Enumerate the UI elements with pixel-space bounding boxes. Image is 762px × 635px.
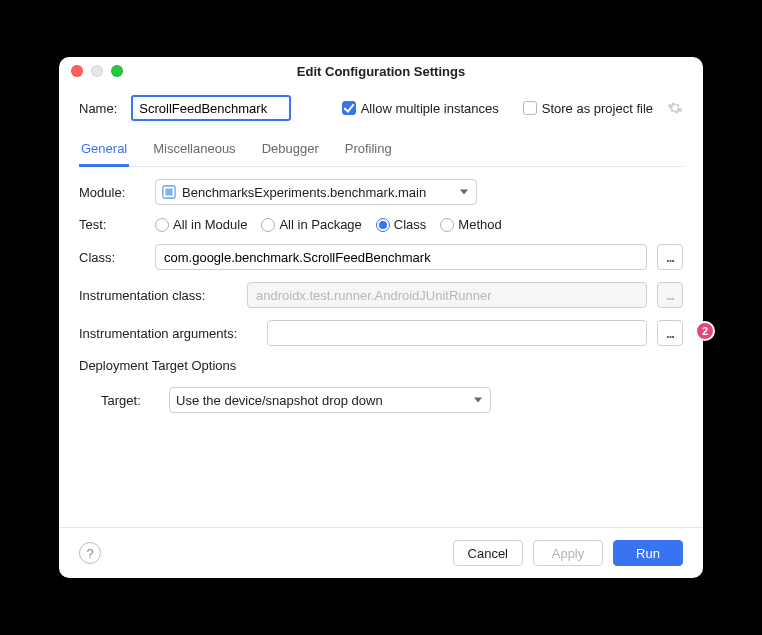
apply-button: Apply xyxy=(533,540,603,566)
footer: ? Cancel Apply Run xyxy=(59,527,703,578)
instr-class-browse-button: ... xyxy=(657,282,683,308)
tab-bar: General Miscellaneous Debugger Profiling xyxy=(79,135,683,167)
tab-general[interactable]: General xyxy=(79,135,129,167)
target-select[interactable]: Use the device/snapshot drop down xyxy=(169,387,491,413)
help-button[interactable]: ? xyxy=(79,542,101,564)
class-input[interactable] xyxy=(155,244,647,270)
class-browse-button[interactable]: ... xyxy=(657,244,683,270)
dialog-window: Edit Configuration Settings Name: Allow … xyxy=(59,57,703,578)
tab-debugger[interactable]: Debugger xyxy=(260,135,321,166)
run-button[interactable]: Run xyxy=(613,540,683,566)
titlebar: Edit Configuration Settings xyxy=(59,57,703,85)
allow-multiple-checkbox[interactable]: Allow multiple instances xyxy=(342,101,499,116)
name-label: Name: xyxy=(79,101,117,116)
module-select[interactable]: BenchmarksExperiments.benchmark.main xyxy=(155,179,477,205)
radio-all-package[interactable]: All in Package xyxy=(261,217,361,232)
gear-icon[interactable] xyxy=(667,100,683,116)
store-project-label: Store as project file xyxy=(542,101,653,116)
minimize-icon xyxy=(91,65,103,77)
tab-profiling[interactable]: Profiling xyxy=(343,135,394,166)
window-title: Edit Configuration Settings xyxy=(59,64,703,79)
instr-args-label: Instrumentation arguments: xyxy=(79,326,257,341)
instr-args-browse-button[interactable]: ... xyxy=(657,320,683,346)
radio-all-module[interactable]: All in Module xyxy=(155,217,247,232)
module-icon xyxy=(162,185,176,199)
instr-class-input xyxy=(247,282,647,308)
store-project-checkbox[interactable]: Store as project file xyxy=(523,101,653,116)
target-value: Use the device/snapshot drop down xyxy=(176,393,383,408)
deploy-section-label: Deployment Target Options xyxy=(79,358,683,373)
test-label: Test: xyxy=(79,217,145,232)
allow-multiple-check[interactable] xyxy=(342,101,356,115)
chevron-down-icon xyxy=(460,190,468,195)
radio-class[interactable]: Class xyxy=(376,217,427,232)
notification-badge[interactable]: 2 xyxy=(695,321,715,341)
allow-multiple-label: Allow multiple instances xyxy=(361,101,499,116)
class-label: Class: xyxy=(79,250,145,265)
zoom-icon[interactable] xyxy=(111,65,123,77)
name-input[interactable] xyxy=(131,95,291,121)
tab-miscellaneous[interactable]: Miscellaneous xyxy=(151,135,237,166)
cancel-button[interactable]: Cancel xyxy=(453,540,523,566)
svg-rect-1 xyxy=(166,189,173,196)
close-icon[interactable] xyxy=(71,65,83,77)
instr-args-input[interactable] xyxy=(267,320,647,346)
radio-method[interactable]: Method xyxy=(440,217,501,232)
target-label: Target: xyxy=(101,393,159,408)
module-value: BenchmarksExperiments.benchmark.main xyxy=(182,185,426,200)
window-controls xyxy=(59,65,123,77)
store-project-check[interactable] xyxy=(523,101,537,115)
instr-class-label: Instrumentation class: xyxy=(79,288,237,303)
module-label: Module: xyxy=(79,185,145,200)
chevron-down-icon xyxy=(474,398,482,403)
